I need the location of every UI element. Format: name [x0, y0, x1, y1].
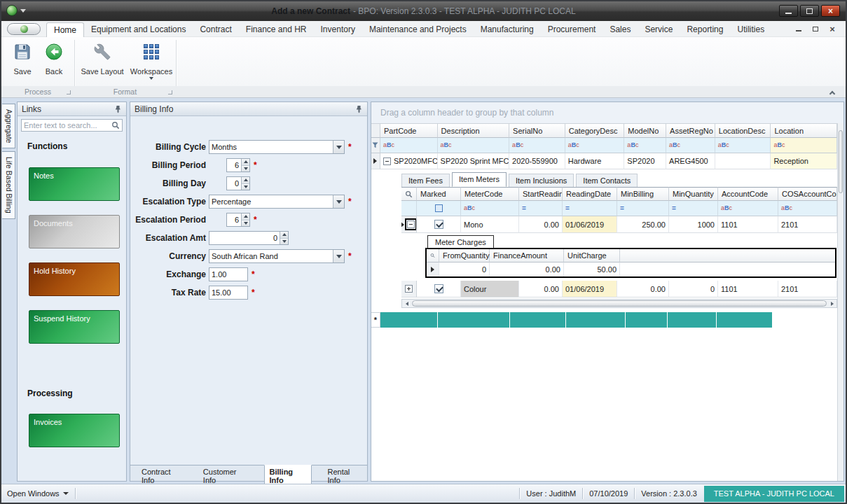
- notes-button[interactable]: Notes: [29, 167, 120, 201]
- spin-up-icon[interactable]: [242, 159, 249, 165]
- cell-model-no[interactable]: SP2020: [624, 153, 666, 169]
- summary-cell[interactable]: [510, 312, 566, 328]
- pin-icon[interactable]: [114, 105, 122, 113]
- filter-cell-minquantity[interactable]: =: [669, 201, 718, 216]
- filter-row-edit-button[interactable]: [371, 138, 380, 153]
- tab-item-inclusions[interactable]: Item Inclusions: [509, 174, 574, 187]
- column-header-unitcharge[interactable]: UnitCharge: [564, 249, 620, 262]
- cell-min-billing[interactable]: 0.00: [617, 281, 669, 298]
- search-icon[interactable]: [401, 187, 417, 201]
- billing-period-stepper[interactable]: [226, 158, 250, 172]
- summary-cell[interactable]: [380, 312, 438, 328]
- maximize-button[interactable]: [800, 5, 819, 17]
- ribbon-tab-utilities[interactable]: Utilities: [730, 22, 771, 37]
- meter-row-mono[interactable]: Mono 0.00 01/06/2019 250.00 1000 1101 21…: [401, 216, 837, 233]
- cell-finance-amount[interactable]: 0.00: [490, 262, 564, 276]
- ribbon-tab-finance-and-hr[interactable]: Finance and HR: [239, 22, 314, 37]
- cell-start-reading[interactable]: 0.00: [519, 216, 563, 233]
- column-header-serialno[interactable]: SerialNo: [509, 123, 565, 138]
- cell-category-desc[interactable]: Hardware: [565, 153, 625, 169]
- titlebar-menu-caret-icon[interactable]: [20, 9, 26, 13]
- column-header-minquantity[interactable]: MinQuantity: [669, 187, 718, 201]
- app-icon[interactable]: [6, 5, 18, 16]
- column-header-locationdesc[interactable]: LocationDesc: [715, 123, 771, 138]
- summary-cell[interactable]: [717, 312, 773, 328]
- cell-from-quantity[interactable]: 0: [439, 262, 490, 276]
- cell-min-quantity[interactable]: 1000: [669, 216, 718, 233]
- spin-down-icon[interactable]: [242, 220, 249, 227]
- cell-cos-account-code[interactable]: 2101: [778, 216, 837, 233]
- scroll-left-icon[interactable]: [402, 300, 411, 307]
- workspaces-button[interactable]: Workspaces: [129, 39, 174, 84]
- meter-charges-tab[interactable]: Meter Charges: [427, 235, 494, 248]
- cell-min-quantity[interactable]: 0: [669, 281, 718, 298]
- filter-cell-assetregno[interactable]: aBc: [666, 138, 715, 153]
- grid-vertical-scrollbar[interactable]: [837, 123, 843, 481]
- cell-reading-date[interactable]: 01/06/2019: [563, 216, 617, 233]
- cell-min-billing[interactable]: 250.00: [617, 216, 669, 233]
- spin-down-icon[interactable]: [242, 183, 249, 190]
- spin-down-icon[interactable]: [280, 238, 288, 245]
- ribbon-tab-equipment-and-locations[interactable]: Equipment and Locations: [84, 22, 193, 37]
- spin-down-icon[interactable]: [242, 165, 249, 172]
- filter-cell-readingdate[interactable]: =: [563, 201, 617, 216]
- exchange-field[interactable]: [209, 267, 248, 281]
- ribbon-tab-sales[interactable]: Sales: [602, 22, 638, 37]
- ribbon-tab-procurement[interactable]: Procurement: [541, 22, 603, 37]
- cell-account-code[interactable]: 1101: [718, 281, 778, 298]
- chevron-down-icon[interactable]: [333, 141, 344, 153]
- tab-item-contacts[interactable]: Item Contacts: [576, 174, 638, 187]
- chevron-down-icon[interactable]: [333, 250, 344, 262]
- mdi-minimize-button[interactable]: [792, 24, 805, 34]
- cell-location-desc[interactable]: [715, 153, 771, 169]
- column-header-metercode[interactable]: MeterCode: [461, 187, 519, 201]
- filter-cell-startreading[interactable]: =: [519, 201, 563, 216]
- column-header-financeamount[interactable]: FinanceAmount: [490, 249, 564, 262]
- column-header-marked[interactable]: Marked: [417, 187, 461, 201]
- documents-button[interactable]: Documents: [29, 215, 120, 248]
- column-header-partcode[interactable]: PartCode: [380, 123, 438, 138]
- ribbon-tab-inventory[interactable]: Inventory: [314, 22, 362, 37]
- collapse-detail-button[interactable]: [383, 158, 391, 165]
- filter-cell-minbilling[interactable]: =: [617, 201, 669, 216]
- currency-value[interactable]: [209, 252, 333, 260]
- detail-horizontal-scrollbar[interactable]: [401, 299, 837, 308]
- tax-rate-field[interactable]: [209, 286, 248, 300]
- summary-cell[interactable]: [626, 312, 668, 328]
- pin-icon[interactable]: [355, 105, 363, 113]
- cell-serial-no[interactable]: 2020-559900: [509, 153, 565, 169]
- cell-part-code[interactable]: SP2020MFC: [380, 153, 438, 169]
- filter-cell-serialno[interactable]: aBc: [509, 138, 565, 153]
- filter-cell-cosaccountcode[interactable]: aBc: [778, 201, 837, 216]
- spin-up-icon[interactable]: [242, 177, 249, 183]
- collapse-charges-button[interactable]: [407, 220, 415, 228]
- column-header-location[interactable]: Location: [771, 123, 837, 138]
- filter-cell-modelno[interactable]: aBc: [624, 138, 666, 153]
- scrollbar-thumb[interactable]: [839, 130, 843, 193]
- filter-cell-marked[interactable]: [417, 201, 461, 216]
- cell-meter-code[interactable]: Colour: [461, 281, 519, 298]
- open-windows-button[interactable]: Open Windows: [7, 489, 69, 498]
- scrollbar-thumb[interactable]: [412, 300, 827, 307]
- cell-marked[interactable]: [417, 216, 461, 233]
- column-header-description[interactable]: Description: [438, 123, 510, 138]
- currency-select[interactable]: [209, 249, 345, 263]
- spin-up-icon[interactable]: [242, 214, 249, 220]
- application-menu-button[interactable]: [7, 23, 41, 35]
- spin-up-icon[interactable]: [280, 232, 288, 238]
- side-tab-life-based-billing[interactable]: Life Based Billing: [2, 151, 15, 219]
- filter-cell-partcode[interactable]: aBc: [380, 138, 438, 153]
- cell-unit-charge[interactable]: 50.00: [564, 262, 620, 276]
- group-by-hint[interactable]: Drag a column header to group by that co…: [371, 102, 843, 123]
- escalation-amt-value[interactable]: [209, 234, 280, 242]
- billing-cycle-select[interactable]: [209, 140, 345, 154]
- back-button[interactable]: Back: [39, 39, 69, 84]
- new-item-row[interactable]: *: [371, 312, 773, 328]
- column-header-fromquantity[interactable]: FromQuantity: [439, 249, 490, 262]
- mdi-close-button[interactable]: ×: [826, 24, 839, 34]
- minimize-button[interactable]: [779, 5, 798, 17]
- column-header-accountcode[interactable]: AccountCode: [718, 187, 778, 201]
- mdi-restore-button[interactable]: [809, 24, 822, 34]
- ribbon-tab-maintenance-and-projects[interactable]: Maintenance and Projects: [362, 22, 474, 37]
- filter-cell-categorydesc[interactable]: aBc: [565, 138, 625, 153]
